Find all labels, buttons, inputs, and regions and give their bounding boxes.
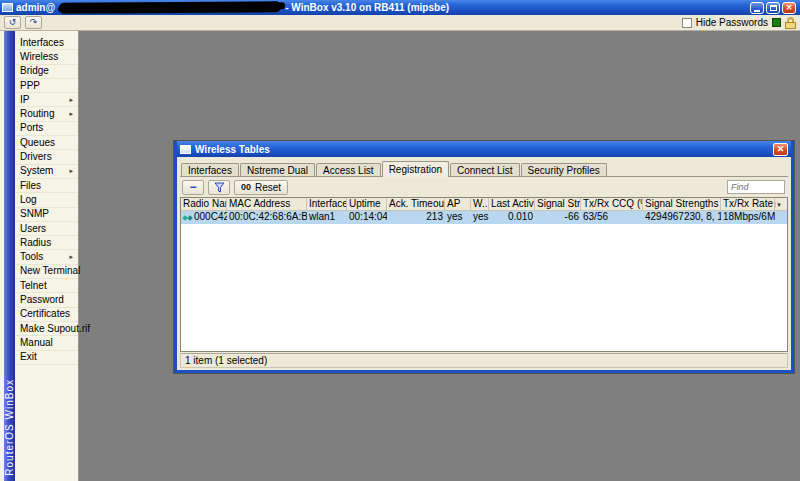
find-input[interactable] (727, 180, 785, 194)
sidebar-item-wireless[interactable]: Wireless (15, 50, 78, 64)
sidebar-menu: Interfaces Wireless Bridge PPP IP▸ Routi… (15, 36, 78, 365)
hide-passwords-checkbox[interactable] (682, 18, 692, 28)
tab-registration[interactable]: Registration (382, 161, 449, 177)
sidebar-item-telnet[interactable]: Telnet (15, 279, 78, 293)
table-row[interactable]: 000C4268... 00:0C:42:68:6A:B1 wlan1 00:1… (181, 211, 787, 224)
menu-label: Wireless (20, 50, 58, 64)
sidebar-item-queues[interactable]: Queues (15, 136, 78, 150)
sidebar-item-routing[interactable]: Routing▸ (15, 107, 78, 121)
sidebar-item-password[interactable]: Password (15, 293, 78, 307)
menu-label: Radius (20, 236, 51, 250)
sidebar-item-exit[interactable]: Exit (15, 351, 78, 365)
tab-bar: Interfaces Nstreme Dual Access List Regi… (180, 159, 788, 176)
menu-label: Routing (20, 107, 54, 121)
column-header-radio-name[interactable]: Radio Name∕ (181, 198, 227, 210)
sidebar-item-users[interactable]: Users (15, 222, 78, 236)
menu-label: Users (20, 222, 46, 236)
chevron-down-icon[interactable]: ▼ (775, 202, 782, 208)
registration-table: Radio Name∕ MAC Address Interface Uptime… (180, 197, 788, 352)
menu-label: Drivers (20, 150, 52, 164)
column-header-signal-strength[interactable]: Signal Strengt... (535, 198, 581, 210)
column-header-interface[interactable]: Interface (307, 198, 347, 210)
submenu-arrow-icon: ▸ (69, 250, 73, 264)
sidebar-item-interfaces[interactable]: Interfaces (15, 36, 78, 50)
minimize-button[interactable] (750, 2, 764, 14)
menu-label: Ports (20, 121, 43, 135)
brand-strip: RouterOS WinBox (4, 31, 15, 481)
remove-button[interactable]: − (182, 180, 204, 195)
sidebar: RouterOS WinBox Interfaces Wireless Brid… (0, 31, 79, 481)
sidebar-item-make-supout[interactable]: Make Supout.rif (15, 322, 78, 336)
sidebar-item-tools[interactable]: Tools▸ (15, 250, 78, 264)
submenu-arrow-icon: ▸ (69, 164, 73, 178)
tab-access-list[interactable]: Access List (316, 163, 381, 176)
sidebar-item-ports[interactable]: Ports (15, 122, 78, 136)
cell-radio-name: 000C4268... (181, 211, 227, 224)
submenu-arrow-icon: ▸ (69, 107, 73, 121)
tab-nstreme-dual[interactable]: Nstreme Dual (240, 163, 315, 176)
column-header-uptime[interactable]: Uptime (347, 198, 387, 210)
menu-label: Files (20, 179, 41, 193)
column-header-dropdown: ▼ (775, 198, 787, 210)
cell-wds: yes (471, 211, 489, 224)
column-header-wds[interactable]: W... (471, 198, 489, 210)
sidebar-item-snmp[interactable]: SNMP (15, 208, 78, 222)
menu-label: Interfaces (20, 36, 64, 50)
column-header-last-activity[interactable]: Last Activit... (489, 198, 535, 210)
app-title-prefix: admin@ (16, 2, 55, 13)
sidebar-item-ip[interactable]: IP▸ (15, 93, 78, 107)
sidebar-item-log[interactable]: Log (15, 193, 78, 207)
menu-label: New Terminal (20, 264, 80, 278)
close-button[interactable]: ✕ (782, 2, 796, 14)
redacted-address (59, 1, 281, 14)
column-header-ap[interactable]: AP (445, 198, 471, 210)
connection-status-indicator (772, 18, 781, 27)
zeros-icon: 00 (241, 182, 251, 192)
funnel-icon (214, 182, 225, 193)
sidebar-item-certificates[interactable]: Certificates (15, 308, 78, 322)
menu-label: Bridge (20, 64, 49, 78)
table-header-row: Radio Name∕ MAC Address Interface Uptime… (181, 198, 787, 211)
wireless-tables-titlebar[interactable]: Wireless Tables ✕ (177, 141, 791, 157)
column-header-ccq[interactable]: Tx/Rx CCQ (%) (581, 198, 643, 210)
sidebar-item-files[interactable]: Files (15, 179, 78, 193)
tab-interfaces[interactable]: Interfaces (181, 163, 239, 176)
cell-mac-address: 00:0C:42:68:6A:B1 (227, 211, 307, 224)
sidebar-item-ppp[interactable]: PPP (15, 79, 78, 93)
sidebar-item-drivers[interactable]: Drivers (15, 150, 78, 164)
sidebar-item-system[interactable]: System▸ (15, 165, 78, 179)
menu-label: IP (20, 93, 29, 107)
column-header-mac-address[interactable]: MAC Address (227, 198, 307, 210)
cell-ack-timeout: 213 (387, 211, 445, 224)
window-title: Wireless Tables (195, 144, 270, 155)
menu-label: Log (20, 193, 37, 207)
column-header-ack-timeout[interactable]: Ack. Timeout (us) (387, 198, 445, 210)
hide-passwords-label: Hide Passwords (696, 17, 768, 28)
close-icon[interactable]: ✕ (773, 143, 788, 156)
status-bar: 1 item (1 selected) (180, 353, 788, 368)
cell-interface: wlan1 (307, 211, 347, 224)
sidebar-item-bridge[interactable]: Bridge (15, 65, 78, 79)
column-header-tx-rx-rate[interactable]: Tx/Rx Rate (721, 198, 775, 210)
menu-label: Password (20, 293, 64, 307)
sidebar-item-new-terminal[interactable]: New Terminal (15, 265, 78, 279)
restore-button[interactable] (766, 2, 780, 14)
redo-button[interactable]: ↷ (25, 16, 42, 29)
menu-label: SNMP (20, 207, 49, 221)
app-title-suffix: - WinBox v3.10 on RB411 (mipsbe) (285, 2, 449, 13)
column-header-signal-strengths[interactable]: Signal Strengths (643, 198, 721, 210)
sidebar-item-radius[interactable]: Radius (15, 236, 78, 250)
sidebar-item-manual[interactable]: Manual (15, 336, 78, 350)
menu-label: Make Supout.rif (20, 322, 90, 336)
menu-label: Exit (20, 350, 37, 364)
reset-label: Reset (255, 182, 281, 193)
reset-counters-button[interactable]: 00 Reset (234, 180, 288, 195)
tab-security-profiles[interactable]: Security Profiles (521, 163, 607, 176)
app-window-icon (2, 3, 13, 12)
tab-connect-list[interactable]: Connect List (450, 163, 520, 176)
menu-label: Queues (20, 136, 55, 150)
cell-uptime: 00:14:04 (347, 211, 387, 224)
filter-button[interactable] (208, 180, 230, 195)
undo-button[interactable]: ↺ (4, 16, 21, 29)
cell-spacer (775, 211, 787, 224)
